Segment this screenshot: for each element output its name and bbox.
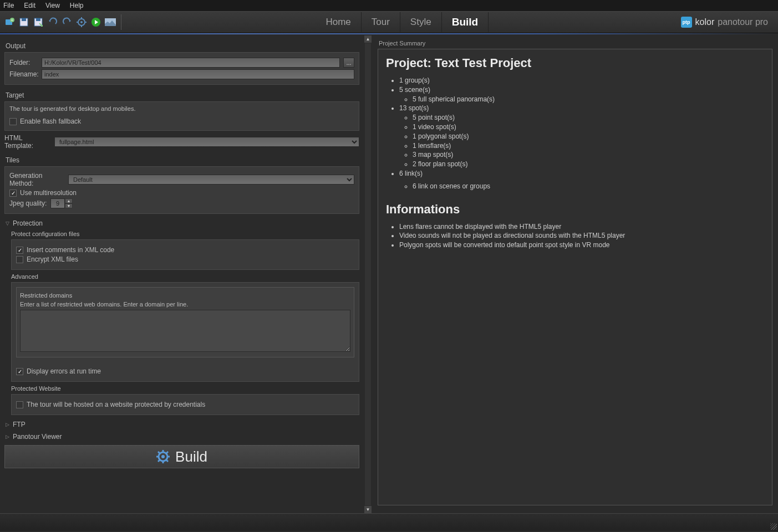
multires-checkbox[interactable] (9, 190, 17, 197)
restricted-domains-input[interactable] (20, 310, 350, 352)
protected-website-checkbox[interactable] (16, 401, 23, 408)
build-run-icon[interactable] (90, 16, 102, 28)
brand: ptp kolor panotour pro (681, 17, 775, 28)
protected-website-label: The tour will be hosted on a website pro… (27, 401, 205, 408)
target-panel: The tour is generated for desktop and mo… (4, 101, 359, 131)
restricted-domains-panel: Restricted domains Enter a list of restr… (16, 287, 354, 357)
output-panel: Folder: ... Filename: (4, 52, 359, 85)
new-project-icon[interactable]: + (3, 16, 16, 28)
summary-scenes: 5 scene(s) 5 full spherical panorama(s) (399, 85, 764, 104)
panotour-viewer-title: Panotour Viewer (13, 433, 62, 441)
svg-rect-6 (36, 18, 40, 21)
protect-config-title: Protect configuration files (11, 231, 359, 237)
resize-grip-icon[interactable] (770, 523, 777, 530)
menu-help[interactable]: Help (70, 2, 84, 9)
svg-line-24 (166, 452, 168, 453)
image-icon[interactable] (104, 16, 116, 28)
left-scrollbar[interactable]: ▲ ▼ (364, 35, 372, 513)
project-heading: Project: Text Test Project (386, 56, 764, 70)
menu-view[interactable]: View (45, 2, 60, 9)
menu-file[interactable]: File (3, 2, 14, 9)
flash-fallback-label: Enable flash fallback (20, 117, 81, 125)
jpeg-quality-label: Jpeg quality: (9, 200, 47, 207)
gen-method-select[interactable]: Default (68, 175, 354, 185)
save-as-icon[interactable] (32, 16, 44, 28)
summary-links: 6 link(s) 6 link on scenes or groups (399, 169, 764, 191)
svg-line-22 (166, 460, 168, 462)
redo-icon[interactable] (61, 16, 73, 28)
summary-scenes-sub: 5 full spherical panorama(s) (413, 95, 764, 104)
chevron-right-icon: ▷ (6, 422, 9, 427)
output-section-title: Output (4, 39, 359, 52)
protected-website-title: Protected Website (11, 385, 359, 392)
insert-comments-checkbox[interactable] (16, 247, 23, 254)
restricted-help: Enter a list of restricted web domains. … (20, 301, 350, 308)
main-tabs: Home Tour Style Build (124, 12, 681, 33)
scroll-up-icon[interactable]: ▲ (364, 35, 372, 43)
summary-spots: 13 spot(s) 5 point spot(s) 1 video spot(… (399, 104, 764, 169)
target-section-title: Target (4, 88, 359, 101)
filename-input[interactable] (42, 69, 354, 79)
summary-spot-3: 1 polygonal spot(s) (413, 132, 764, 141)
menu-bar: File Edit View Help (0, 0, 778, 11)
html-template-label: HTML Template: (4, 134, 51, 150)
build-button-label: Build (175, 448, 207, 466)
settings-icon[interactable] (75, 16, 88, 28)
filename-label: Filename: (9, 70, 38, 78)
restricted-title: Restricted domains (20, 292, 350, 299)
advanced-panel: Restricted domains Enter a list of restr… (11, 282, 359, 382)
brand-logo-icon: ptp (681, 17, 692, 28)
tiles-section-title: Tiles (4, 153, 359, 166)
info-2: Video sounds will not be played as direc… (399, 231, 764, 241)
protected-website-panel: The tour will be hosted on a website pro… (11, 394, 359, 415)
encrypt-xml-checkbox[interactable] (16, 256, 23, 263)
project-summary-box: Project: Text Test Project 1 group(s) 5 … (378, 49, 772, 505)
undo-icon[interactable] (47, 16, 59, 28)
chevron-down-icon: ▽ (6, 221, 9, 226)
svg-text:+: + (11, 18, 14, 23)
ftp-accordion-header[interactable]: ▷ FTP (4, 418, 359, 431)
multires-label: Use multiresolution (20, 189, 77, 197)
tab-tour[interactable]: Tour (362, 12, 400, 32)
brand-name-1: kolor (695, 17, 715, 27)
chevron-right-icon: ▷ (6, 434, 9, 439)
status-bar (0, 513, 778, 531)
header-underline (0, 33, 778, 34)
folder-input[interactable] (42, 58, 340, 68)
summary-spot-2: 1 video spot(s) (413, 122, 764, 132)
svg-line-21 (158, 452, 160, 453)
summary-links-sub: 6 link on scenes or groups (413, 182, 764, 191)
insert-comments-label: Insert comments in XML code (27, 246, 114, 254)
jpeg-quality-stepper[interactable]: ▲▼ (50, 198, 73, 208)
save-icon[interactable] (18, 16, 30, 28)
tab-style[interactable]: Style (400, 12, 442, 32)
flash-fallback-checkbox[interactable] (9, 118, 17, 125)
protect-config-panel: Insert comments in XML code Encrypt XML … (11, 239, 359, 270)
menu-edit[interactable]: Edit (24, 2, 35, 9)
scroll-track[interactable] (365, 43, 371, 505)
svg-line-23 (158, 460, 160, 462)
folder-browse-button[interactable]: ... (343, 58, 354, 68)
advanced-title: Advanced (11, 273, 359, 280)
info-3: Polygon spots will be converted into def… (399, 241, 764, 250)
tab-home[interactable]: Home (316, 12, 361, 32)
ftp-title: FTP (13, 421, 26, 428)
protection-accordion-header[interactable]: ▽ Protection (4, 217, 359, 229)
jpeg-up-icon[interactable]: ▲ (65, 198, 73, 203)
jpeg-quality-input[interactable] (50, 198, 65, 208)
panotour-viewer-accordion-header[interactable]: ▷ Panotour Viewer (4, 431, 359, 443)
html-template-select[interactable]: fullpage.html (54, 137, 359, 147)
informations-heading: Informations (386, 202, 764, 217)
folder-label: Folder: (9, 59, 38, 66)
jpeg-down-icon[interactable]: ▼ (65, 203, 73, 208)
toolbar-separator (121, 14, 121, 30)
svg-point-16 (161, 455, 165, 458)
svg-point-8 (80, 21, 83, 23)
build-button[interactable]: Build (4, 445, 359, 468)
toolbar: + Home Tour Style Build ptp kolor panoto… (0, 11, 778, 33)
svg-rect-4 (22, 18, 26, 21)
project-summary-title: Project Summary (378, 40, 772, 47)
tab-build[interactable]: Build (442, 12, 489, 32)
display-errors-checkbox[interactable] (16, 368, 23, 375)
scroll-down-icon[interactable]: ▼ (364, 506, 372, 513)
